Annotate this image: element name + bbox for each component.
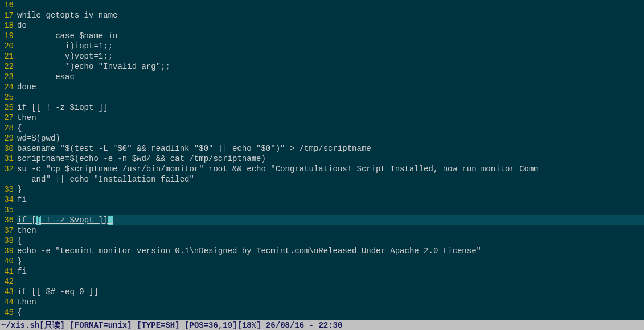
line-number: 29 [0,133,17,143]
code-line[interactable]: 23 esac [0,72,644,82]
code-line[interactable]: 39echo -e "tecmint_monitor version 0.1\n… [0,246,644,256]
code-content[interactable]: then [17,225,644,236]
line-number: 21 [0,51,17,61]
code-content[interactable]: fi [17,195,644,205]
code-content[interactable] [17,277,644,287]
code-content[interactable]: done [17,82,644,92]
code-line[interactable]: 38{ [0,236,644,246]
code-line[interactable]: 44then [0,297,644,307]
code-line[interactable]: 37then [0,225,644,236]
code-content[interactable] [17,0,644,10]
status-type: [TYPE=SH] [137,321,180,330]
line-number: 41 [0,266,17,277]
code-line[interactable]: 25 [0,92,644,102]
line-number: 24 [0,82,17,92]
code-content[interactable]: then [17,297,644,307]
code-content[interactable]: { [17,236,644,246]
code-line[interactable]: 20 i)iopt=1;; [0,41,644,51]
code-content[interactable]: su -c "cp $scriptname /usr/bin/monitor" … [17,164,644,174]
line-number: 20 [0,41,17,51]
code-line[interactable]: 24done [0,82,644,92]
code-content[interactable]: if [[ ! -z $vopt ]] [17,215,644,225]
code-line[interactable]: 34fi [0,195,644,205]
code-line[interactable]: 22 *)echo "Invalid arg";; [0,61,644,72]
code-line[interactable]: 21 v)vopt=1;; [0,51,644,61]
code-line[interactable]: 28{ [0,123,644,133]
code-line[interactable]: 45{ [0,307,644,317]
code-line[interactable]: 19 case $name in [0,31,644,41]
line-number: 32 [0,164,17,174]
line-number: 26 [0,102,17,113]
code-line[interactable]: 29wd=$(pwd) [0,133,644,143]
line-number: 31 [0,154,17,164]
code-content[interactable]: } [17,184,644,195]
code-content[interactable]: wd=$(pwd) [17,133,644,143]
line-number: 27 [0,113,17,123]
code-content[interactable]: case $name in [17,31,644,41]
code-content[interactable] [17,205,644,215]
line-number: 43 [0,287,17,297]
line-number: 35 [0,205,17,215]
line-number: 42 [0,277,17,287]
line-number: 36 [0,215,17,225]
code-line[interactable]: 40} [0,256,644,266]
line-number: 16 [0,0,17,10]
code-content[interactable]: basename "$(test -L "$0" && readlink "$0… [17,143,644,154]
line-number: 34 [0,195,17,205]
code-content[interactable]: i)iopt=1;; [17,41,644,51]
code-line[interactable]: 36if [[ ! -z $vopt ]] [0,215,644,225]
code-line[interactable]: 42 [0,277,644,287]
status-percent: [18%] [237,321,261,330]
status-time: 22:30 [318,321,342,330]
line-number: 37 [0,225,17,236]
code-content[interactable]: then [17,113,644,123]
code-line[interactable]: 16 [0,0,644,10]
code-content[interactable]: { [17,307,644,317]
code-line[interactable]: 30basename "$(test -L "$0" && readlink "… [0,143,644,154]
status-readonly: [只读] [39,321,65,330]
code-content[interactable]: } [17,256,644,266]
line-end-marker [108,216,113,225]
code-content[interactable]: fi [17,266,644,277]
line-number: 39 [0,246,17,256]
code-content[interactable] [17,92,644,102]
code-line[interactable]: 32su -c "cp $scriptname /usr/bin/monitor… [0,164,644,174]
line-number [0,174,17,184]
code-content[interactable]: { [17,123,644,133]
code-content[interactable]: and" || echo "Installation failed" [17,174,644,184]
code-line[interactable]: 33} [0,184,644,195]
code-content[interactable]: echo -e "tecmint_monitor version 0.1\nDe… [17,246,644,256]
code-content[interactable]: *)echo "Invalid arg";; [17,61,644,72]
code-editor[interactable]: 1617while getopts iv name18do19 case $na… [0,0,644,317]
code-line[interactable]: 31scriptname=$(echo -e -n $wd/ && cat /t… [0,154,644,164]
status-date: 26/08/16 [266,321,304,330]
code-content[interactable]: do [17,20,644,31]
status-bar: ~/xis.sh[只读] [FORMAT=unix] [TYPE=SH] [PO… [0,320,644,330]
code-line[interactable]: 41fi [0,266,644,277]
code-line[interactable]: 27then [0,113,644,123]
line-number: 19 [0,31,17,41]
line-number: 23 [0,72,17,82]
code-line[interactable]: 26if [[ ! -z $iopt ]] [0,102,644,113]
line-number: 38 [0,236,17,246]
line-number: 40 [0,256,17,266]
status-pos: [POS=36,19] [184,321,237,330]
code-content[interactable]: scriptname=$(echo -e -n $wd/ && cat /tmp… [17,154,644,164]
code-content[interactable]: esac [17,72,644,82]
code-line[interactable]: 17while getopts iv name [0,10,644,20]
line-number: 30 [0,143,17,154]
status-format: [FORMAT=unix] [69,321,132,330]
cursor: [ [36,216,41,225]
line-number: 18 [0,20,17,31]
line-number: 28 [0,123,17,133]
code-content[interactable]: while getopts iv name [17,10,644,20]
code-line[interactable]: 35 [0,205,644,215]
code-content[interactable]: if [[ ! -z $iopt ]] [17,102,644,113]
code-content[interactable]: v)vopt=1;; [17,51,644,61]
code-content[interactable]: if [[ $# -eq 0 ]] [17,287,644,297]
line-number: 33 [0,184,17,195]
line-number: 44 [0,297,17,307]
code-line[interactable]: 18do [0,20,644,31]
code-line[interactable]: and" || echo "Installation failed" [0,174,644,184]
code-line[interactable]: 43if [[ $# -eq 0 ]] [0,287,644,297]
